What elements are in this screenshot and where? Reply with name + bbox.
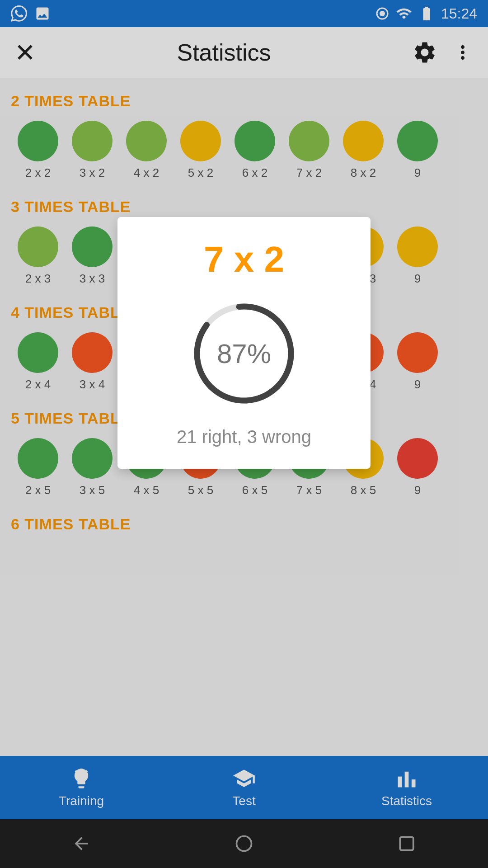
popup-chart-container: 87% xyxy=(185,295,303,412)
popup-equation: 7 x 2 xyxy=(204,239,284,280)
popup-overlay[interactable]: 7 x 2 87% 21 right, 3 wrong xyxy=(0,0,488,868)
popup-card: 7 x 2 87% 21 right, 3 wrong xyxy=(117,217,371,469)
popup-percent: 87% xyxy=(217,338,271,369)
popup-stats: 21 right, 3 wrong xyxy=(177,427,311,447)
